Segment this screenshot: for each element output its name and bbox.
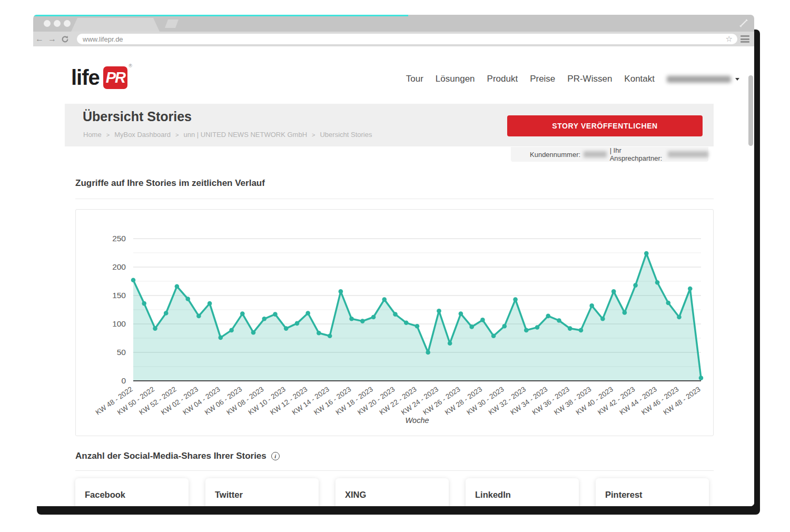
svg-text:KW 48 - 2023: KW 48 - 2023: [661, 385, 702, 417]
reload-icon[interactable]: [58, 35, 71, 43]
new-tab-button[interactable]: [165, 19, 179, 28]
nav-item-kontakt[interactable]: Kontakt: [624, 74, 655, 84]
breadcrumb-item: Ubersicht Stories: [320, 131, 372, 139]
bookmark-star-icon[interactable]: ☆: [726, 34, 737, 44]
browser-url-bar: ← → www.lifepr.de ☆: [33, 32, 754, 46]
lifepr-logo[interactable]: life PR ®: [71, 65, 127, 90]
share-card-title: XING: [345, 490, 439, 500]
breadcrumb-separator: >: [106, 132, 110, 138]
nav-item-pr-wissen[interactable]: PR-Wissen: [567, 74, 612, 84]
share-card-title: Facebook: [85, 490, 179, 500]
main-nav: TourLösungenProduktPreisePR-WissenKontak…: [406, 74, 739, 84]
nav-item-tour[interactable]: Tour: [406, 74, 423, 84]
window-control-dot[interactable]: [44, 20, 51, 27]
share-card-pinterest: Pinterest: [596, 478, 709, 506]
nav-item-produkt[interactable]: Produkt: [487, 74, 518, 84]
svg-text:200: 200: [112, 262, 126, 271]
customer-number-redacted: [584, 151, 607, 157]
customer-number-label: Kundennummer:: [530, 151, 580, 159]
forward-icon[interactable]: →: [46, 32, 58, 46]
browser-window: ← → www.lifepr.de ☆ life PR ®: [33, 15, 754, 506]
info-icon[interactable]: i: [271, 452, 280, 460]
nav-item-l-sungen[interactable]: Lösungen: [436, 74, 475, 84]
user-name-redacted: [667, 76, 731, 83]
breadcrumb-item[interactable]: MyBox Dashboard: [114, 131, 171, 139]
breadcrumb-item[interactable]: Home: [83, 131, 102, 139]
section-divider: [75, 470, 714, 471]
browser-tab-bar: [33, 15, 754, 32]
svg-text:Woche: Woche: [405, 416, 429, 425]
logo-badge: PR ®: [103, 66, 127, 89]
browser-menu-icon[interactable]: [740, 35, 749, 43]
publish-story-button[interactable]: STORY VERÖFFENTLICHEN: [507, 115, 703, 136]
contact-person-label: | Ihr Ansprechpartner:: [610, 146, 665, 162]
traffic-chart-card: 050100150200250KW 48 - 2022KW 50 - 2022K…: [75, 209, 714, 436]
url-text[interactable]: www.lifepr.de: [77, 35, 726, 43]
chevron-down-icon: [735, 78, 739, 81]
user-account-menu[interactable]: [667, 76, 739, 83]
share-card-twitter: Twitter: [205, 478, 319, 506]
window-control-dot[interactable]: [54, 20, 61, 27]
share-card-title: LinkedIn: [475, 490, 569, 500]
expand-icon[interactable]: [738, 18, 749, 28]
breadcrumb-item[interactable]: unn | UNITED NEWS NETWORK GmbH: [184, 131, 308, 139]
page-scrollbar[interactable]: [748, 75, 753, 146]
page-title: Übersicht Stories: [83, 109, 192, 124]
svg-text:50: 50: [117, 348, 126, 357]
accent-line: [33, 15, 408, 16]
section-divider: [75, 199, 714, 199]
svg-text:150: 150: [112, 291, 126, 300]
window-control-dot[interactable]: [64, 20, 71, 27]
svg-text:250: 250: [112, 234, 126, 243]
share-card-facebook: Facebook: [75, 478, 189, 506]
breadcrumb-separator: >: [312, 132, 315, 138]
window-controls[interactable]: [44, 20, 71, 27]
browser-tab[interactable]: [71, 18, 160, 32]
svg-text:100: 100: [112, 319, 126, 328]
share-card-linkedin: LinkedIn: [466, 478, 579, 506]
contact-person-redacted: [668, 151, 708, 157]
share-card-title: Twitter: [215, 490, 309, 500]
address-bar[interactable]: www.lifepr.de ☆: [77, 34, 737, 44]
breadcrumb: Home>MyBox Dashboard>unn | UNITED NEWS N…: [83, 131, 372, 139]
registered-mark: ®: [129, 63, 131, 68]
screenshot-stage: ← → www.lifepr.de ☆ life PR ®: [0, 0, 790, 532]
nav-item-preise[interactable]: Preise: [530, 74, 555, 84]
logo-text: life: [71, 65, 100, 90]
share-card-title: Pinterest: [605, 490, 699, 500]
traffic-line-chart: 050100150200250KW 48 - 2022KW 50 - 2022K…: [76, 210, 713, 436]
svg-text:0: 0: [121, 376, 126, 385]
traffic-section-heading: Zugriffe auf Ihre Stories im zeitlichen …: [75, 178, 265, 189]
share-cards-row: FacebookTwitterXINGLinkedInPinterest: [75, 478, 709, 506]
breadcrumb-separator: >: [175, 132, 179, 138]
share-card-xing: XING: [335, 478, 449, 506]
back-icon[interactable]: ←: [33, 32, 46, 46]
shares-section-heading: Anzahl der Social-Media-Shares Ihrer Sto…: [75, 451, 280, 461]
customer-info-bar: Kundennummer: | Ihr Ansprechpartner:: [511, 147, 708, 162]
page-content: life PR ® TourLösungenProduktPreisePR-Wi…: [33, 46, 754, 506]
